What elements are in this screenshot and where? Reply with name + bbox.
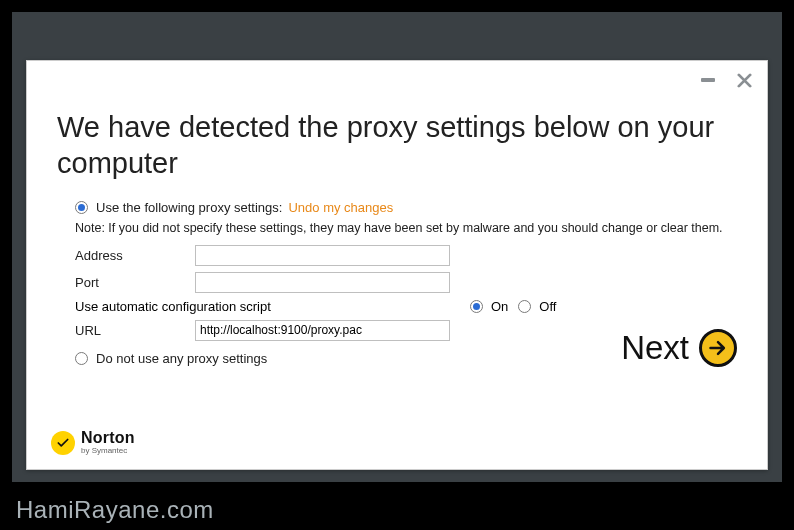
url-input[interactable]	[195, 320, 450, 341]
url-label: URL	[75, 323, 195, 338]
next-label: Next	[621, 329, 689, 367]
dialog-heading: We have detected the proxy settings belo…	[57, 109, 737, 182]
proxy-settings-dialog: We have detected the proxy settings belo…	[26, 60, 768, 470]
close-button[interactable]	[735, 71, 753, 89]
checkmark-icon	[51, 431, 75, 455]
auto-on-radio[interactable]	[470, 300, 483, 313]
logo-sub: by Symantec	[81, 447, 135, 455]
next-button[interactable]: Next	[621, 329, 737, 367]
port-label: Port	[75, 275, 195, 290]
port-input[interactable]	[195, 272, 450, 293]
minimize-button[interactable]	[699, 71, 717, 89]
minimize-icon	[701, 78, 715, 82]
on-label: On	[491, 299, 508, 314]
off-label: Off	[539, 299, 556, 314]
no-proxy-label: Do not use any proxy settings	[96, 351, 267, 366]
address-label: Address	[75, 248, 195, 263]
logo-brand: Norton	[81, 430, 135, 446]
address-input[interactable]	[195, 245, 450, 266]
arrow-right-icon	[699, 329, 737, 367]
auto-config-label: Use automatic configuration script	[75, 299, 470, 314]
watermark-text: HamiRayane.com	[16, 496, 214, 524]
norton-logo: Norton by Symantec	[51, 430, 135, 455]
use-proxy-radio[interactable]	[75, 201, 88, 214]
no-proxy-radio[interactable]	[75, 352, 88, 365]
use-proxy-label: Use the following proxy settings:	[96, 200, 282, 215]
close-icon	[737, 73, 752, 88]
auto-off-radio[interactable]	[518, 300, 531, 313]
undo-changes-link[interactable]: Undo my changes	[288, 200, 393, 215]
malware-note: Note: If you did not specify these setti…	[75, 221, 737, 235]
